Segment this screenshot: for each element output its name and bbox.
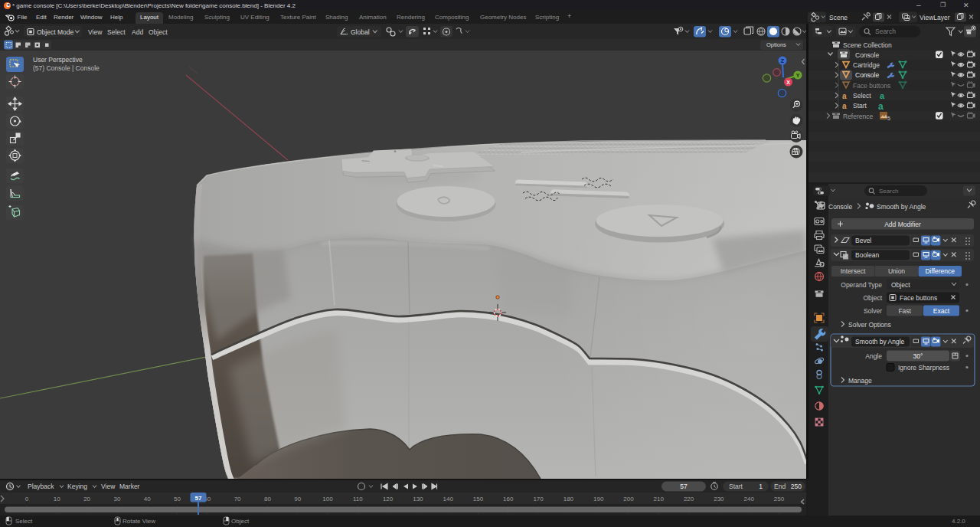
svg-text:Search: Search [875, 28, 896, 35]
svg-text:220: 220 [684, 496, 694, 502]
svg-text:Object Mode: Object Mode [37, 28, 74, 36]
svg-text:Select: Select [853, 92, 871, 100]
svg-text:210: 210 [654, 496, 665, 502]
svg-text:150: 150 [473, 496, 484, 502]
svg-text:a: a [880, 91, 885, 100]
svg-text:Scene Collection: Scene Collection [843, 41, 892, 49]
svg-text:1: 1 [759, 483, 763, 490]
svg-text:130: 130 [413, 496, 423, 502]
svg-text:0: 0 [25, 496, 29, 502]
svg-text:Y: Y [796, 73, 800, 78]
svg-text:40: 40 [144, 496, 151, 502]
svg-text:160: 160 [503, 496, 514, 502]
svg-text:Operand Type: Operand Type [841, 281, 882, 289]
svg-text:(57) Console | Console: (57) Console | Console [33, 64, 100, 72]
svg-text:Solver Options: Solver Options [848, 321, 891, 329]
svg-text:Object: Object [891, 281, 910, 289]
svg-text:Playback: Playback [28, 483, 54, 490]
svg-text:Console: Console [828, 203, 852, 211]
svg-text:Object: Object [863, 294, 882, 302]
svg-text:View: View [88, 28, 103, 36]
svg-text:Add Modifier: Add Modifier [884, 221, 921, 228]
svg-text:Angle: Angle [865, 352, 882, 360]
svg-text:a: a [842, 102, 847, 110]
svg-text:250: 250 [791, 483, 802, 490]
svg-text:User Perspective: User Perspective [33, 56, 83, 64]
svg-text:Options: Options [766, 41, 786, 48]
svg-text:90: 90 [294, 496, 301, 502]
svg-text:170: 170 [533, 496, 544, 502]
svg-text:Keying: Keying [67, 483, 87, 490]
svg-text:a: a [842, 92, 847, 100]
svg-text:250: 250 [774, 496, 785, 502]
svg-text:Fast: Fast [898, 307, 911, 315]
svg-text:230: 230 [714, 496, 724, 502]
svg-text:Start: Start [853, 102, 867, 110]
svg-text:Scene: Scene [829, 14, 848, 21]
svg-text:Global: Global [351, 28, 370, 36]
svg-text:Console: Console [855, 51, 879, 59]
svg-text:30: 30 [113, 496, 120, 502]
svg-text:End: End [774, 483, 786, 490]
svg-text:Search: Search [879, 188, 898, 195]
svg-text:Cartridge: Cartridge [853, 61, 880, 69]
svg-text:Union: Union [888, 267, 905, 275]
svg-text:Bevel: Bevel [855, 237, 871, 244]
svg-text:100: 100 [322, 496, 333, 502]
svg-text:Start: Start [729, 483, 743, 490]
svg-text:110: 110 [353, 496, 363, 502]
svg-text:57: 57 [680, 483, 688, 490]
svg-text:Marker: Marker [119, 483, 140, 490]
svg-text:Difference: Difference [925, 267, 955, 275]
svg-text:20: 20 [83, 496, 90, 502]
svg-text:Boolean: Boolean [855, 251, 879, 259]
svg-text:180: 180 [564, 496, 574, 502]
svg-text:Smooth by Angle: Smooth by Angle [855, 338, 905, 345]
svg-text:X: X [786, 80, 790, 85]
svg-text:120: 120 [383, 496, 394, 502]
svg-text:240: 240 [744, 496, 755, 502]
svg-text:Manage: Manage [848, 377, 872, 385]
svg-text:Smooth by Angle: Smooth by Angle [877, 203, 926, 211]
svg-text:140: 140 [443, 496, 454, 502]
svg-text:Solver: Solver [864, 307, 882, 315]
svg-text:10: 10 [54, 496, 60, 502]
svg-text:Console: Console [855, 71, 879, 79]
svg-text:50: 50 [174, 496, 181, 502]
svg-text:80: 80 [264, 496, 271, 502]
svg-text:Ignore Sharpness: Ignore Sharpness [898, 364, 949, 372]
svg-text:View: View [101, 483, 116, 490]
svg-text:30°: 30° [913, 352, 923, 360]
svg-text:Intersect: Intersect [841, 267, 866, 275]
svg-text:ViewLayer: ViewLayer [920, 14, 950, 21]
svg-text:Reference: Reference [843, 113, 873, 120]
svg-text:Face buttons: Face buttons [900, 294, 937, 302]
svg-text:Add: Add [132, 28, 143, 36]
svg-text:Object: Object [149, 28, 168, 36]
svg-text:a: a [878, 101, 884, 112]
svg-text:57: 57 [195, 495, 202, 502]
svg-text:190: 190 [593, 496, 604, 502]
svg-text:Z: Z [781, 58, 785, 64]
svg-text:Exact: Exact [933, 307, 950, 315]
svg-text:Face buttons: Face buttons [853, 82, 890, 90]
svg-text:5: 5 [887, 116, 890, 121]
svg-text:70: 70 [234, 496, 241, 502]
svg-text:Select: Select [107, 28, 126, 36]
svg-text:200: 200 [623, 496, 634, 502]
